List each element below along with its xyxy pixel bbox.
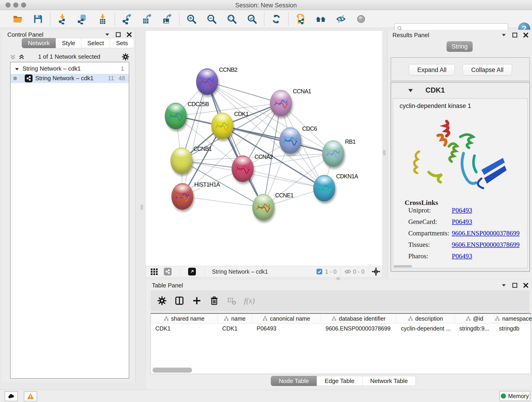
section-expander-icon[interactable] [408,88,413,95]
tab-network-table[interactable]: Network Table [362,376,416,386]
column-header-namespace[interactable]: namespace [494,314,532,323]
table-cell[interactable]: P06493 [252,323,321,333]
crosslink-link[interactable]: 9606.ENSP00000378699 [452,230,520,237]
column-header-database-identifier[interactable]: database identifier [321,314,396,323]
zoom-in-icon[interactable] [186,13,197,25]
edge-CCNA2-CDKN1A[interactable] [243,169,324,188]
string-view-icon[interactable] [164,268,172,276]
node-ccna1[interactable] [270,90,292,116]
bottom-splitter-handle[interactable] [336,277,340,280]
node-label-cdc25b: CDC25B [188,101,209,108]
results-tab-string[interactable]: String [447,41,473,52]
delete-column-trash-icon[interactable] [208,295,220,307]
collapse-all-button[interactable]: Collapse All [462,64,512,76]
save-session-icon[interactable] [32,13,44,25]
table-options-gear-icon[interactable] [156,295,168,307]
selected-checkbox-icon[interactable] [316,268,323,276]
tab-sets[interactable]: Sets [110,38,134,48]
tab-node-table[interactable]: Node Table [271,376,317,386]
export-network-icon[interactable] [121,13,133,25]
tab-style[interactable]: Style [56,38,81,48]
column-header-name[interactable]: name [218,314,252,323]
create-column-plus-icon[interactable] [191,295,203,307]
crosslink-link[interactable]: P06493 [452,252,472,260]
show-results-icon[interactable] [355,13,367,25]
table-panel-close-icon[interactable] [523,282,529,288]
table-horizontal-scrollbar[interactable] [151,367,530,373]
node-ccne1[interactable] [252,194,274,220]
tree-expander-icon[interactable] [15,66,19,73]
table-panel-float-icon[interactable] [512,282,518,288]
node-hist1h1a[interactable] [171,183,193,210]
column-header-shared-name[interactable]: shared name [151,314,218,323]
table-cell[interactable]: CDK1 [151,323,218,333]
warnings-button[interactable] [24,391,37,401]
node-ccnb1[interactable] [171,147,192,174]
table-cell[interactable]: stringdb [494,323,532,333]
node-ccnb2[interactable] [196,68,218,95]
section-scrollbar-thumb[interactable] [394,265,412,268]
tab-edge-table[interactable]: Edge Table [317,376,362,386]
column-header-canonical-name[interactable]: canonical name [252,314,321,323]
export-image-icon[interactable] [162,13,173,25]
tab-select[interactable]: Select [81,38,110,48]
table-row[interactable]: CDK1CDK1P064939606.ENSP00000378699cyclin… [151,323,531,333]
gene-section-header[interactable]: CDK1 [391,83,530,99]
node-table[interactable]: shared namenamecanonical namedatabase id… [151,313,531,374]
control-panel-collapse-arrow-icon[interactable] [104,32,110,38]
edge-CCNB2-HIST1H1A[interactable] [182,82,207,196]
left-splitter-handle[interactable] [141,204,143,210]
control-panel-float-icon[interactable] [115,32,121,38]
column-header--id[interactable]: @id [455,314,494,323]
node-cdk1[interactable] [211,113,233,139]
node-cdkn1a[interactable] [313,175,335,201]
network-options-gear-icon[interactable] [121,53,130,62]
hidden-eye-icon[interactable] [344,268,352,276]
zoom-selected-icon[interactable] [246,13,258,25]
node-rb1[interactable] [322,140,344,167]
tab-network[interactable]: Network [22,38,56,48]
node-cdc25b[interactable] [165,103,187,129]
network-row[interactable]: String Network – cdk1 11 48 [11,74,129,83]
table-panel-collapse-arrow-icon[interactable] [501,282,507,288]
import-database-icon[interactable] [77,13,88,25]
cloud-status-button[interactable] [5,391,18,401]
table-cell[interactable]: cyclin-dependent ... [396,323,455,333]
edge-HIST1H1A-CCNE1[interactable] [182,196,263,207]
import-network-icon[interactable] [57,13,68,25]
import-table-icon[interactable] [97,13,108,25]
control-panel-close-icon[interactable] [126,32,132,38]
zoom-out-icon[interactable] [206,13,217,25]
table-cell[interactable]: CDK1 [218,323,252,333]
network-collection-row[interactable]: String Network – cdk1 1 [11,65,129,74]
edge-CCNB2-CCNA1[interactable] [207,82,281,103]
network-canvas[interactable]: CCNB2 CCNA1 CDC25B CDK1 CDC6 RB1CCNB1 CC… [145,31,382,266]
refresh-icon[interactable] [271,13,282,25]
table-cell[interactable]: 9606.ENSP00000378699 [321,323,396,333]
scrollbar-thumb[interactable] [152,368,192,373]
crosslink-link[interactable]: 9606.ENSP00000378699 [452,241,520,249]
right-splitter-handle[interactable] [383,150,385,155]
pan-crosshair-icon[interactable] [371,268,380,276]
string-homes-icon[interactable] [315,13,326,25]
crosslink-link[interactable]: P06493 [452,206,472,214]
node-ccna2[interactable] [232,155,254,182]
edge-CCNB2-CCNE1[interactable] [207,82,263,207]
memory-button[interactable]: Memory [500,391,530,401]
results-panel-float-icon[interactable] [512,32,518,38]
results-panel-close-icon[interactable] [523,32,529,38]
hide-results-icon[interactable] [335,13,347,25]
crosslink-link[interactable]: P06493 [452,218,472,225]
detach-view-icon[interactable] [188,268,196,276]
results-panel-collapse-arrow-icon[interactable] [501,32,507,38]
column-header-description[interactable]: description [396,314,455,323]
export-table-icon[interactable] [141,13,153,25]
show-columns-icon[interactable] [173,295,185,307]
zoom-fit-icon[interactable] [226,13,238,25]
table-cell[interactable]: stringdb:9... [455,323,494,333]
grid-view-icon[interactable] [150,268,158,276]
open-session-icon[interactable] [12,13,24,25]
expand-all-button[interactable]: Expand All [409,64,455,76]
node-cdc6[interactable] [279,127,301,154]
string-file-icon[interactable] [295,13,306,25]
